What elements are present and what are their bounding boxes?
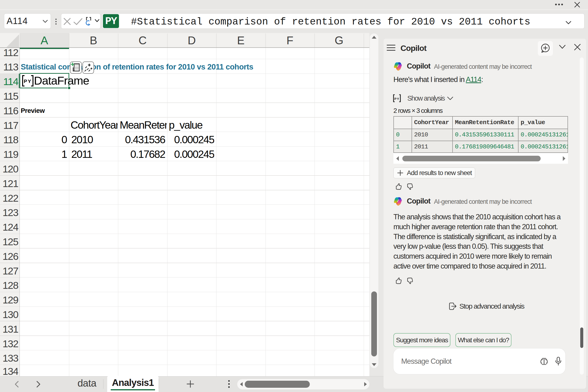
svg-text:Y: Y [28, 78, 31, 84]
svg-text:P: P [24, 78, 27, 84]
svg-text:Y: Y [397, 97, 399, 100]
svg-text:P: P [394, 97, 396, 100]
